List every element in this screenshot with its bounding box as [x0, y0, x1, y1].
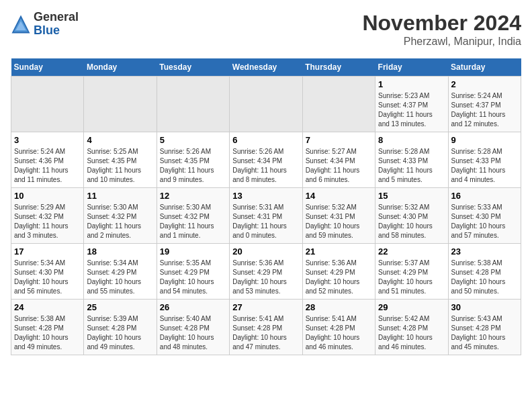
day-info: Sunrise: 5:24 AM Sunset: 4:37 PM Dayligh…: [451, 91, 518, 129]
calendar-week-row: 17Sunrise: 5:34 AM Sunset: 4:30 PM Dayli…: [11, 244, 521, 300]
day-info: Sunrise: 5:36 AM Sunset: 4:29 PM Dayligh…: [232, 259, 299, 296]
day-info: Sunrise: 5:23 AM Sunset: 4:37 PM Dayligh…: [378, 91, 445, 129]
calendar-cell: 4Sunrise: 5:25 AM Sunset: 4:35 PM Daylig…: [84, 132, 157, 188]
day-info: Sunrise: 5:38 AM Sunset: 4:28 PM Dayligh…: [451, 259, 518, 296]
day-info: Sunrise: 5:38 AM Sunset: 4:28 PM Dayligh…: [14, 314, 81, 352]
day-number: 12: [160, 191, 226, 201]
day-number: 26: [160, 302, 226, 312]
day-info: Sunrise: 5:36 AM Sunset: 4:29 PM Dayligh…: [306, 259, 372, 296]
day-number: 4: [87, 135, 153, 145]
day-number: 16: [451, 191, 518, 201]
day-number: 14: [306, 191, 372, 201]
day-info: Sunrise: 5:31 AM Sunset: 4:31 PM Dayligh…: [232, 203, 299, 240]
day-number: 9: [451, 135, 518, 145]
calendar-cell: [157, 77, 229, 132]
day-number: 13: [232, 191, 299, 201]
day-number: 8: [378, 135, 445, 145]
day-info: Sunrise: 5:40 AM Sunset: 4:28 PM Dayligh…: [160, 314, 226, 352]
day-info: Sunrise: 5:41 AM Sunset: 4:28 PM Dayligh…: [306, 314, 372, 352]
day-info: Sunrise: 5:24 AM Sunset: 4:36 PM Dayligh…: [14, 147, 81, 185]
logo-general: General: [34, 11, 79, 24]
day-info: Sunrise: 5:43 AM Sunset: 4:28 PM Dayligh…: [451, 314, 518, 352]
logo: General Blue: [11, 11, 79, 38]
calendar-cell: 23Sunrise: 5:38 AM Sunset: 4:28 PM Dayli…: [448, 244, 521, 300]
day-info: Sunrise: 5:42 AM Sunset: 4:28 PM Dayligh…: [378, 314, 445, 352]
calendar-week-row: 3Sunrise: 5:24 AM Sunset: 4:36 PM Daylig…: [11, 132, 521, 188]
page-header: General Blue November 2024 Pherzawl, Man…: [11, 11, 521, 48]
day-number: 20: [232, 246, 299, 257]
calendar-cell: 7Sunrise: 5:27 AM Sunset: 4:34 PM Daylig…: [302, 132, 375, 188]
day-number: 29: [378, 302, 445, 312]
day-number: 19: [160, 246, 226, 257]
day-info: Sunrise: 5:34 AM Sunset: 4:29 PM Dayligh…: [87, 259, 153, 296]
calendar-cell: 10Sunrise: 5:29 AM Sunset: 4:32 PM Dayli…: [11, 188, 84, 244]
day-number: 10: [14, 191, 81, 201]
calendar-cell: 27Sunrise: 5:41 AM Sunset: 4:28 PM Dayli…: [230, 300, 302, 355]
calendar-cell: 24Sunrise: 5:38 AM Sunset: 4:28 PM Dayli…: [11, 300, 84, 355]
day-info: Sunrise: 5:27 AM Sunset: 4:34 PM Dayligh…: [306, 147, 372, 185]
weekday-header: Sunday: [11, 58, 84, 77]
calendar-cell: 21Sunrise: 5:36 AM Sunset: 4:29 PM Dayli…: [302, 244, 375, 300]
logo-icon: [11, 14, 31, 34]
calendar-cell: [302, 77, 375, 132]
day-number: 7: [306, 135, 372, 145]
day-info: Sunrise: 5:32 AM Sunset: 4:31 PM Dayligh…: [306, 203, 372, 240]
calendar-cell: 11Sunrise: 5:30 AM Sunset: 4:32 PM Dayli…: [84, 188, 157, 244]
calendar-title: November 2024: [362, 11, 521, 36]
weekday-header: Tuesday: [157, 58, 229, 77]
calendar-cell: 5Sunrise: 5:26 AM Sunset: 4:35 PM Daylig…: [157, 132, 229, 188]
calendar-cell: [230, 77, 302, 132]
calendar-cell: 26Sunrise: 5:40 AM Sunset: 4:28 PM Dayli…: [157, 300, 229, 355]
day-number: 1: [378, 79, 445, 89]
calendar-cell: 30Sunrise: 5:43 AM Sunset: 4:28 PM Dayli…: [448, 300, 521, 355]
day-number: 23: [451, 246, 518, 257]
day-info: Sunrise: 5:33 AM Sunset: 4:30 PM Dayligh…: [451, 203, 518, 240]
calendar-week-row: 24Sunrise: 5:38 AM Sunset: 4:28 PM Dayli…: [11, 300, 521, 355]
calendar-cell: 18Sunrise: 5:34 AM Sunset: 4:29 PM Dayli…: [84, 244, 157, 300]
calendar-cell: 17Sunrise: 5:34 AM Sunset: 4:30 PM Dayli…: [11, 244, 84, 300]
day-info: Sunrise: 5:29 AM Sunset: 4:32 PM Dayligh…: [14, 203, 81, 240]
day-info: Sunrise: 5:41 AM Sunset: 4:28 PM Dayligh…: [232, 314, 299, 352]
calendar-cell: 1Sunrise: 5:23 AM Sunset: 4:37 PM Daylig…: [375, 77, 448, 132]
calendar-cell: 19Sunrise: 5:35 AM Sunset: 4:29 PM Dayli…: [157, 244, 229, 300]
logo-text: General Blue: [34, 11, 79, 38]
logo-blue: Blue: [34, 24, 79, 38]
calendar-cell: 22Sunrise: 5:37 AM Sunset: 4:29 PM Dayli…: [375, 244, 448, 300]
calendar-cell: 29Sunrise: 5:42 AM Sunset: 4:28 PM Dayli…: [375, 300, 448, 355]
day-number: 11: [87, 191, 153, 201]
calendar-cell: 14Sunrise: 5:32 AM Sunset: 4:31 PM Dayli…: [302, 188, 375, 244]
weekday-header: Monday: [84, 58, 157, 77]
calendar-cell: 3Sunrise: 5:24 AM Sunset: 4:36 PM Daylig…: [11, 132, 84, 188]
day-info: Sunrise: 5:34 AM Sunset: 4:30 PM Dayligh…: [14, 259, 81, 296]
calendar-cell: 20Sunrise: 5:36 AM Sunset: 4:29 PM Dayli…: [230, 244, 302, 300]
calendar-cell: [84, 77, 157, 132]
day-info: Sunrise: 5:26 AM Sunset: 4:35 PM Dayligh…: [160, 147, 226, 185]
title-block: November 2024 Pherzawl, Manipur, India: [362, 11, 521, 48]
day-info: Sunrise: 5:30 AM Sunset: 4:32 PM Dayligh…: [160, 203, 226, 240]
day-number: 25: [87, 302, 153, 312]
day-number: 3: [14, 135, 81, 145]
day-info: Sunrise: 5:30 AM Sunset: 4:32 PM Dayligh…: [87, 203, 153, 240]
calendar-cell: [11, 77, 84, 132]
day-info: Sunrise: 5:26 AM Sunset: 4:34 PM Dayligh…: [232, 147, 299, 185]
calendar-cell: 2Sunrise: 5:24 AM Sunset: 4:37 PM Daylig…: [448, 77, 521, 132]
day-number: 18: [87, 246, 153, 257]
calendar-cell: 12Sunrise: 5:30 AM Sunset: 4:32 PM Dayli…: [157, 188, 229, 244]
calendar-cell: 25Sunrise: 5:39 AM Sunset: 4:28 PM Dayli…: [84, 300, 157, 355]
calendar-cell: 13Sunrise: 5:31 AM Sunset: 4:31 PM Dayli…: [230, 188, 302, 244]
calendar-week-row: 1Sunrise: 5:23 AM Sunset: 4:37 PM Daylig…: [11, 77, 521, 132]
day-info: Sunrise: 5:32 AM Sunset: 4:30 PM Dayligh…: [378, 203, 445, 240]
day-info: Sunrise: 5:25 AM Sunset: 4:35 PM Dayligh…: [87, 147, 153, 185]
day-number: 17: [14, 246, 81, 257]
day-number: 24: [14, 302, 81, 312]
calendar-subtitle: Pherzawl, Manipur, India: [362, 36, 521, 48]
day-number: 30: [451, 302, 518, 312]
day-number: 15: [378, 191, 445, 201]
day-number: 21: [306, 246, 372, 257]
calendar-cell: 15Sunrise: 5:32 AM Sunset: 4:30 PM Dayli…: [375, 188, 448, 244]
day-info: Sunrise: 5:35 AM Sunset: 4:29 PM Dayligh…: [160, 259, 226, 296]
day-info: Sunrise: 5:37 AM Sunset: 4:29 PM Dayligh…: [378, 259, 445, 296]
day-number: 27: [232, 302, 299, 312]
day-number: 6: [232, 135, 299, 145]
day-info: Sunrise: 5:39 AM Sunset: 4:28 PM Dayligh…: [87, 314, 153, 352]
